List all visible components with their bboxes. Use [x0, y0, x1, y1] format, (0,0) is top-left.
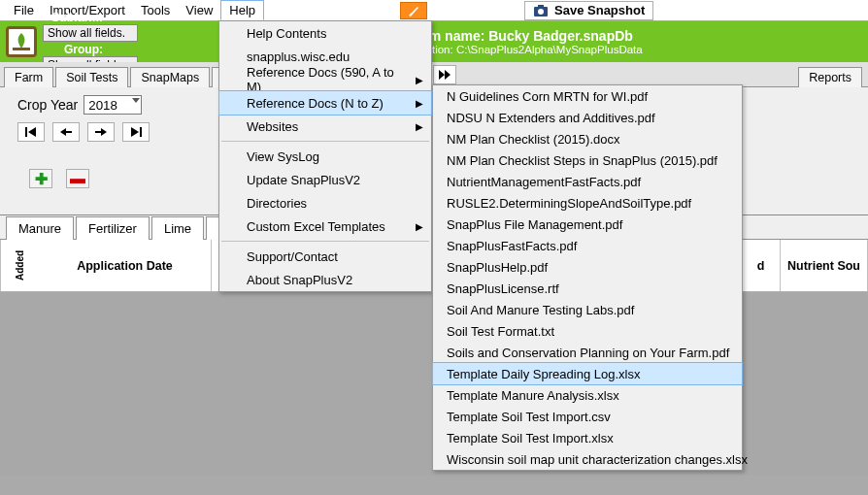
nav-first[interactable] — [17, 122, 45, 142]
reference-doc-item[interactable]: NM Plan Checklist Steps in SnapPlus (201… — [433, 149, 742, 171]
reference-doc-item[interactable]: NM Plan Checklist (2015).docx — [433, 128, 742, 149]
forward-fast-icon — [438, 70, 451, 80]
farm-name-panel: Farm name: Bucky Badger.snapDb Location:… — [408, 28, 643, 55]
minus-icon: ▬ — [70, 170, 85, 187]
col-d[interactable]: d — [742, 240, 781, 291]
tab-soil-tests[interactable]: Soil Tests — [55, 67, 128, 87]
app-icon — [6, 26, 37, 57]
help-menu-item[interactable]: Support/Contact — [219, 245, 431, 268]
svg-rect-5 — [140, 127, 142, 137]
menu-help[interactable]: Help — [220, 0, 264, 20]
crop-year-label: Crop Year — [17, 97, 78, 113]
remove-button[interactable]: ▬ — [66, 169, 89, 188]
help-menu-item[interactable]: View SysLog — [219, 145, 431, 168]
tab-reports[interactable]: Reports — [798, 67, 862, 87]
prev-icon — [59, 128, 73, 136]
group-label: Group: — [43, 43, 103, 56]
reference-doc-item[interactable]: SnapPlusLicense.rtf — [433, 278, 742, 299]
reference-doc-item[interactable]: SnapPlusHelp.pdf — [433, 256, 742, 278]
tab-farm[interactable]: Farm — [4, 67, 53, 87]
save-snapshot-label: Save Snapshot — [554, 3, 645, 17]
help-menu-item[interactable]: Update SnapPlusV2 — [219, 168, 431, 191]
menu-tools[interactable]: Tools — [133, 1, 178, 19]
subtab-manure[interactable]: Manure — [6, 216, 74, 240]
svg-point-1 — [538, 9, 544, 15]
svg-rect-2 — [538, 5, 544, 8]
nav-last[interactable] — [122, 122, 150, 142]
farm-name-value: Bucky Badger.snapDb — [488, 28, 633, 44]
reference-doc-item[interactable]: SnapPlus File Management.pdf — [433, 214, 742, 235]
menu-view[interactable]: View — [178, 1, 220, 19]
help-menu-item[interactable]: Help Contents — [219, 21, 431, 45]
help-menu-item[interactable]: Reference Docs (590, A to M)▶ — [219, 68, 431, 91]
quill-button[interactable] — [400, 2, 427, 19]
reference-doc-item[interactable]: NutrientManagementFastFacts.pdf — [433, 171, 742, 192]
help-menu-item[interactable]: Directories — [219, 191, 431, 214]
help-menu-item[interactable]: Reference Docs (N to Z)▶ — [219, 91, 431, 115]
subfarm-select[interactable]: Show all fields. — [43, 24, 138, 42]
submenu-arrow-icon: ▶ — [416, 75, 423, 85]
reference-doc-item[interactable]: Soil Test Format.txt — [433, 320, 742, 342]
help-menu-item[interactable]: Websites▶ — [219, 115, 431, 138]
col-nutrient-source[interactable]: Nutrient Sou — [781, 240, 868, 291]
submenu-arrow-icon: ▶ — [416, 121, 423, 132]
reference-doc-item[interactable]: Template Daily Spreading Log.xlsx — [433, 363, 742, 384]
first-icon — [24, 127, 38, 137]
menu-file[interactable]: File — [6, 1, 42, 19]
last-icon — [129, 127, 143, 137]
reference-doc-item[interactable]: SnapPlusFastFacts.pdf — [433, 235, 742, 256]
subfarm-label: Subfarm: — [43, 11, 103, 24]
help-menu-item[interactable]: Custom Excel Templates▶ — [219, 214, 431, 238]
col-application-date[interactable]: Application Date — [39, 240, 212, 291]
reference-doc-item[interactable]: Wisconsin soil map unit characterization… — [433, 448, 742, 470]
help-menu: Help Contentssnapplus.wisc.eduReference … — [218, 20, 432, 292]
nav-next-fast[interactable] — [433, 65, 456, 84]
reference-doc-item[interactable]: N Guidelines Corn MRTN for WI.pdf — [433, 85, 742, 107]
tab-snapmaps[interactable]: SnapMaps — [130, 67, 210, 87]
submenu-arrow-icon: ▶ — [416, 221, 423, 232]
help-menu-item[interactable]: About SnapPlusV2 — [219, 268, 431, 291]
col-added[interactable]: Added — [0, 240, 39, 291]
reference-doc-item[interactable]: RUSLE2.DeterminingSlopeAndSoilType.pdf — [433, 192, 742, 214]
farm-location-value: C:\SnapPlus2Alpha\MySnapPlusData — [456, 44, 643, 55]
nav-prev[interactable] — [52, 122, 80, 142]
quill-icon — [407, 4, 420, 17]
save-snapshot-button[interactable]: Save Snapshot — [524, 1, 653, 20]
next-icon — [94, 128, 108, 136]
submenu-arrow-icon: ▶ — [416, 98, 423, 109]
chevron-down-icon[interactable] — [132, 98, 140, 103]
farm-info-bar: Subfarm: Show all fields. Group: Show al… — [0, 21, 868, 62]
add-button[interactable]: ✚ — [29, 169, 52, 188]
reference-doc-item[interactable]: NDSU N Extenders and Additives.pdf — [433, 107, 742, 128]
reference-doc-item[interactable]: Template Soil Test Import.csv — [433, 406, 742, 427]
subtab-fertilizer[interactable]: Fertilizer — [76, 216, 150, 240]
plus-icon: ✚ — [35, 170, 48, 188]
nav-next[interactable] — [87, 122, 115, 142]
camera-icon — [533, 4, 549, 17]
subfarm-value: Show all fields. — [48, 26, 125, 40]
svg-rect-3 — [13, 48, 30, 50]
svg-rect-4 — [25, 127, 27, 137]
reference-doc-item[interactable]: Soil And Manure Testing Labs.pdf — [433, 299, 742, 320]
reference-doc-item[interactable]: Template Manure Analysis.xlsx — [433, 384, 742, 406]
subtab-lime[interactable]: Lime — [151, 216, 204, 240]
reference-doc-item[interactable]: Template Soil Test Import.xlsx — [433, 427, 742, 448]
reference-docs-submenu: N Guidelines Corn MRTN for WI.pdfNDSU N … — [432, 84, 743, 471]
reference-doc-item[interactable]: Soils and Conservation Planning on Your … — [433, 342, 742, 363]
